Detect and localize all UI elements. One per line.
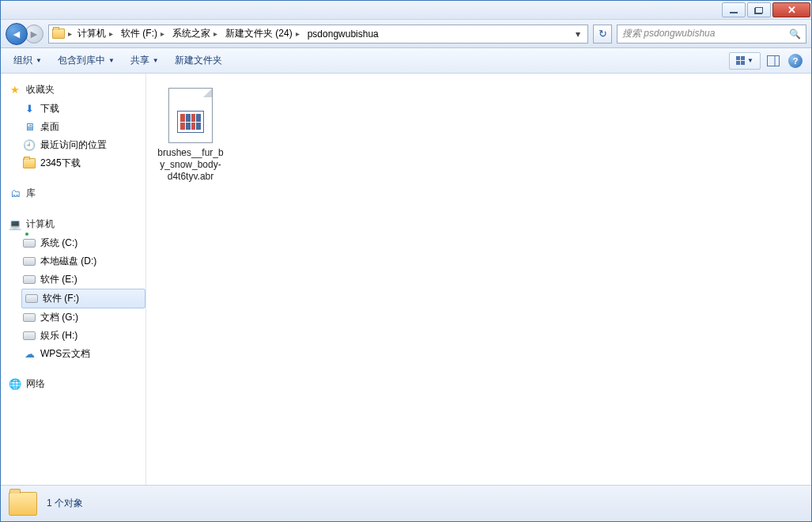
item-label: 2345下载 xyxy=(40,157,81,170)
sidebar-item-drive-e[interactable]: 软件 (E:) xyxy=(9,270,145,289)
file-item[interactable]: brushes__fur_by_snow_body-d4t6tyv.abr xyxy=(154,85,227,186)
drive-icon xyxy=(23,237,36,250)
folder-icon xyxy=(9,492,37,516)
sidebar-item-drive-h[interactable]: 娱乐 (H:) xyxy=(9,327,145,345)
button-label: 新建文件夹 xyxy=(175,54,222,67)
breadcrumb-label: 系统之家 xyxy=(172,27,210,40)
item-label: 系统 (C:) xyxy=(40,236,77,250)
group-label: 网络 xyxy=(26,377,45,391)
sidebar-group-network[interactable]: 🌐网络 xyxy=(9,374,145,394)
download-icon: ⬇ xyxy=(23,103,36,115)
sidebar-item-recent[interactable]: 🕘最近访问的位置 xyxy=(9,136,145,154)
new-folder-button[interactable]: 新建文件夹 xyxy=(168,51,228,70)
toolbar: 组织▼ 包含到库中▼ 共享▼ 新建文件夹 ▼ ? xyxy=(1,48,811,74)
sidebar-item-drive-g[interactable]: 文档 (G:) xyxy=(9,308,145,327)
chevron-down-icon: ▼ xyxy=(153,57,159,64)
item-label: 下载 xyxy=(40,102,59,115)
chevron-right-icon: ▸ xyxy=(296,29,300,38)
back-button[interactable]: ◄ xyxy=(6,23,28,45)
body: ★收藏夹 ⬇下载 🖥桌面 🕘最近访问的位置 2345下载 🗂库 💻计算机 系统 … xyxy=(1,74,811,485)
toolbar-right: ▼ ? xyxy=(729,52,805,70)
sidebar-group-computer[interactable]: 💻计算机 xyxy=(9,214,145,234)
help-button[interactable]: ? xyxy=(786,52,805,70)
library-icon: 🗂 xyxy=(9,187,21,200)
search-icon: 🔍 xyxy=(789,28,801,40)
network-icon: 🌐 xyxy=(9,378,21,391)
breadcrumb-drive-f[interactable]: 软件 (F:)▸ xyxy=(119,27,167,40)
drive-icon xyxy=(23,255,36,268)
chevron-right-icon: ▸ xyxy=(109,29,113,38)
folder-icon xyxy=(23,157,36,170)
item-label: WPS云文档 xyxy=(40,347,90,361)
sidebar-item-drive-d[interactable]: 本地磁盘 (D:) xyxy=(9,252,145,270)
breadcrumb-folder-2[interactable]: 新建文件夹 (24)▸ xyxy=(223,27,302,40)
preview-pane-icon xyxy=(767,55,780,66)
item-label: 文档 (G:) xyxy=(40,311,78,324)
drive-icon xyxy=(23,330,36,342)
status-bar: 1 个对象 xyxy=(1,485,811,521)
view-mode-button[interactable]: ▼ xyxy=(729,52,761,70)
drive-icon xyxy=(25,293,38,305)
status-text: 1 个对象 xyxy=(47,497,83,510)
cloud-icon: ☁ xyxy=(23,348,36,361)
titlebar: ✕ xyxy=(1,1,811,20)
svg-rect-0 xyxy=(768,55,780,66)
close-button[interactable]: ✕ xyxy=(772,2,810,17)
abr-file-icon xyxy=(168,88,213,143)
breadcrumb-folder-1[interactable]: 系统之家▸ xyxy=(170,27,220,40)
breadcrumb-label: 计算机 xyxy=(77,27,106,40)
item-label: 桌面 xyxy=(40,120,59,134)
preview-pane-button[interactable] xyxy=(764,52,783,70)
help-icon: ? xyxy=(788,54,803,68)
content-pane[interactable]: brushes__fur_by_snow_body-d4t6tyv.abr xyxy=(146,74,811,485)
organize-button[interactable]: 组织▼ xyxy=(7,51,48,70)
include-in-library-button[interactable]: 包含到库中▼ xyxy=(51,51,121,70)
folder-icon xyxy=(52,28,65,40)
item-label: 娱乐 (H:) xyxy=(40,329,77,342)
search-placeholder: 搜索 psdongwubishua xyxy=(622,27,715,40)
tiles-icon xyxy=(736,56,745,65)
item-label: 本地磁盘 (D:) xyxy=(40,255,96,268)
item-label: 软件 (F:) xyxy=(43,292,79,305)
address-dropdown[interactable]: ▾ xyxy=(572,28,584,40)
sidebar-item-drive-f[interactable]: 软件 (F:) xyxy=(21,289,145,308)
breadcrumb-computer[interactable]: 计算机▸ xyxy=(75,27,115,40)
drive-icon xyxy=(23,274,36,286)
chevron-down-icon: ▼ xyxy=(108,57,115,64)
sidebar-item-wps-cloud[interactable]: ☁WPS云文档 xyxy=(9,345,145,363)
button-label: 包含到库中 xyxy=(58,54,105,67)
breadcrumb-label: 软件 (F:) xyxy=(121,27,157,40)
sidebar-group-libraries[interactable]: 🗂库 xyxy=(9,183,145,203)
maximize-button[interactable] xyxy=(747,2,771,17)
button-label: 组织 xyxy=(13,54,32,67)
sidebar-item-desktop[interactable]: 🖥桌面 xyxy=(9,118,145,136)
item-label: 最近访问的位置 xyxy=(40,138,107,152)
chevron-right-icon: ▸ xyxy=(161,29,164,38)
breadcrumb-folder-3[interactable]: psdongwubishua xyxy=(305,28,381,40)
file-label: brushes__fur_by_snow_body-d4t6tyv.abr xyxy=(157,147,224,183)
sidebar-item-downloads[interactable]: ⬇下载 xyxy=(9,100,145,118)
recent-icon: 🕘 xyxy=(23,139,36,152)
desktop-icon: 🖥 xyxy=(23,121,36,134)
sidebar-item-drive-c[interactable]: 系统 (C:) xyxy=(9,234,145,252)
chevron-right-icon: ▸ xyxy=(68,29,72,38)
nav-buttons: ◄ ► xyxy=(6,23,43,45)
chevron-right-icon: ▸ xyxy=(213,29,217,38)
sidebar-item-2345-downloads[interactable]: 2345下载 xyxy=(9,154,145,172)
chevron-down-icon: ▼ xyxy=(747,57,753,64)
refresh-button[interactable]: ↻ xyxy=(593,25,612,44)
group-label: 计算机 xyxy=(26,218,55,231)
explorer-window: ✕ ◄ ► ▸ 计算机▸ 软件 (F:)▸ 系统之家▸ 新建文件夹 (24)▸ … xyxy=(0,0,812,522)
sidebar-group-favorites[interactable]: ★收藏夹 xyxy=(9,80,145,100)
address-bar[interactable]: ▸ 计算机▸ 软件 (F:)▸ 系统之家▸ 新建文件夹 (24)▸ psdong… xyxy=(48,25,588,44)
item-label: 软件 (E:) xyxy=(40,273,77,286)
minimize-button[interactable] xyxy=(722,2,746,17)
drive-icon xyxy=(23,312,36,324)
group-label: 收藏夹 xyxy=(26,83,55,96)
computer-icon: 💻 xyxy=(9,218,21,231)
search-input[interactable]: 搜索 psdongwubishua 🔍 xyxy=(617,25,806,44)
button-label: 共享 xyxy=(130,54,149,67)
address-row: ◄ ► ▸ 计算机▸ 软件 (F:)▸ 系统之家▸ 新建文件夹 (24)▸ ps… xyxy=(1,20,811,48)
breadcrumb-label: psdongwubishua xyxy=(308,28,379,40)
share-button[interactable]: 共享▼ xyxy=(124,51,165,70)
